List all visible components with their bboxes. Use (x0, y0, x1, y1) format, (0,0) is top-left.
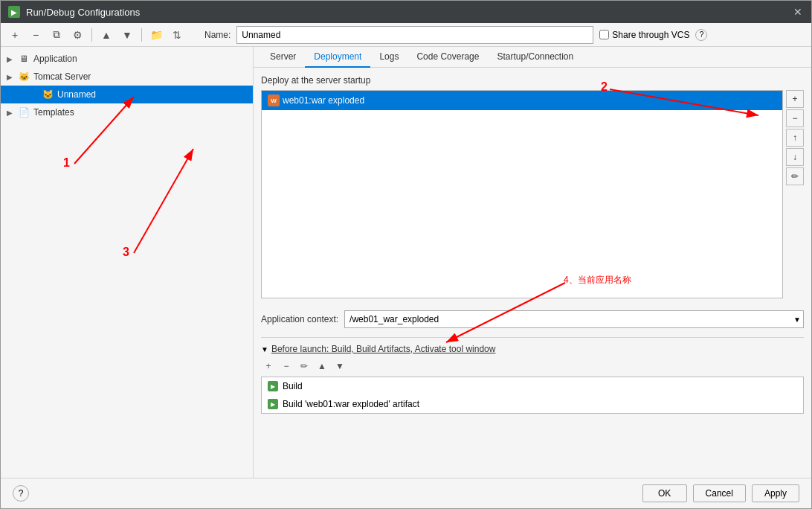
folder-button[interactable]: 📁 (148, 27, 164, 43)
dialog-wrapper: ▶ Run/Debug Configurations ✕ + − ⧉ ⚙ ▲ ▼… (0, 0, 812, 509)
tab-logs[interactable]: Logs (370, 47, 407, 68)
tomcat-arrow: ▶ (7, 73, 17, 81)
bl-add-button[interactable]: + (261, 359, 276, 374)
tomcat-icon: 🐱 (17, 71, 30, 83)
share-help-icon[interactable]: ? (695, 29, 707, 41)
tab-bar: Server Deployment Logs Code Coverage Sta… (254, 47, 811, 68)
tomcat-label: Tomcat Server (33, 71, 91, 82)
bl-item-build[interactable]: ▶ Build (262, 377, 803, 395)
app-context-dropdown[interactable]: /web01_war_exploded ▼ (344, 310, 804, 328)
close-button[interactable]: ✕ (793, 7, 804, 17)
sidebar-item-tomcat[interactable]: ▶ 🐱 Tomcat Server (1, 68, 253, 86)
move-up-button[interactable]: ▲ (98, 27, 115, 43)
bl-item-build-label: Build (283, 381, 303, 391)
bl-item-artifact-icon: ▶ (268, 399, 278, 409)
remove-deploy-button[interactable]: − (786, 109, 804, 127)
unnamed-label: Unnamed (57, 89, 96, 100)
deploy-item-web01[interactable]: W web01:war exploded (262, 91, 782, 110)
share-vcs-label: Share through VCS (599, 30, 689, 40)
deploy-item-label: web01:war exploded (283, 95, 364, 106)
run-debug-dialog: ▶ Run/Debug Configurations ✕ + − ⧉ ⚙ ▲ ▼… (0, 0, 812, 509)
bl-item-build-icon: ▶ (268, 381, 278, 391)
toolbar-separator (91, 28, 92, 42)
bl-down-button[interactable]: ▼ (332, 359, 347, 374)
collapse-arrow-icon[interactable]: ▼ (261, 345, 268, 353)
application-icon: 🖥 (17, 53, 30, 65)
app-context-select[interactable]: /web01_war_exploded (344, 310, 804, 328)
tab-code-coverage[interactable]: Code Coverage (407, 47, 488, 68)
bl-up-button[interactable]: ▲ (315, 359, 329, 374)
bl-remove-button[interactable]: − (279, 359, 294, 374)
sidebar-item-unnamed[interactable]: 🐱 Unnamed (1, 86, 253, 103)
app-context-label: Application context: (261, 314, 338, 324)
add-config-button[interactable]: + (7, 27, 23, 43)
sidebar-item-templates[interactable]: ▶ 📄 Templates (1, 103, 253, 121)
application-label: Application (33, 54, 77, 64)
sidebar-item-application[interactable]: ▶ 🖥 Application (1, 50, 253, 68)
war-icon: W (268, 95, 280, 106)
ok-button[interactable]: OK (642, 484, 687, 502)
templates-icon: 📄 (17, 106, 30, 118)
main-toolbar: + − ⧉ ⚙ ▲ ▼ 📁 ⇅ Name: Share through VCS … (1, 23, 811, 47)
move-down-button[interactable]: ▼ (119, 27, 135, 43)
copy-config-button[interactable]: ⧉ (48, 27, 65, 43)
move-deploy-down-button[interactable]: ↓ (786, 148, 804, 166)
deploy-side-toolbar: + − ↑ ↓ ✏ (786, 90, 804, 304)
bl-edit-button[interactable]: ✏ (297, 359, 312, 374)
add-deploy-button[interactable]: + (786, 90, 804, 108)
left-panel: ▶ 🖥 Application ▶ 🐱 Tomcat Server 🐱 Unna… (1, 47, 254, 478)
application-arrow: ▶ (7, 55, 17, 63)
tab-startup-connection[interactable]: Startup/Connection (488, 47, 582, 68)
title-bar: ▶ Run/Debug Configurations ✕ (1, 1, 811, 23)
name-label: Name: (204, 30, 231, 40)
before-launch-list: ▶ Build ▶ Build 'web01:war exploded' art… (261, 377, 804, 414)
move-deploy-up-button[interactable]: ↑ (786, 129, 804, 147)
sort-button[interactable]: ⇅ (169, 27, 185, 43)
cancel-button[interactable]: Cancel (693, 484, 746, 502)
bl-item-artifact-label: Build 'web01:war exploded' artifact (283, 399, 419, 409)
help-button[interactable]: ? (13, 485, 29, 502)
content-area: ▶ 🖥 Application ▶ 🐱 Tomcat Server 🐱 Unna… (1, 47, 811, 478)
remove-config-button[interactable]: − (28, 27, 44, 43)
toolbar-separator-2 (141, 28, 142, 42)
bl-item-build-artifact[interactable]: ▶ Build 'web01:war exploded' artifact (262, 395, 803, 413)
apply-button[interactable]: Apply (752, 484, 799, 502)
dialog-title: Run/Debug Configurations (26, 7, 140, 18)
templates-arrow: ▶ (7, 109, 17, 117)
edit-deploy-button[interactable]: ✏ (786, 167, 804, 185)
deployment-panel: Deploy at the server startup W web01:war… (254, 68, 811, 478)
unnamed-icon: 🐱 (41, 89, 54, 100)
tab-deployment[interactable]: Deployment (305, 47, 370, 68)
before-launch-section: ▼ Before launch: Build, Build Artifacts,… (261, 337, 804, 414)
deploy-list: W web01:war exploded (261, 90, 783, 298)
before-launch-label: Before launch: Build, Build Artifacts, A… (271, 344, 496, 354)
app-context-row: Application context: /web01_war_exploded… (261, 310, 804, 328)
before-launch-header: ▼ Before launch: Build, Build Artifacts,… (261, 344, 804, 354)
name-input[interactable] (236, 26, 593, 44)
share-vcs-checkbox[interactable] (599, 30, 609, 39)
footer: ? OK Cancel Apply (1, 478, 811, 508)
deploy-section-label: Deploy at the server startup (261, 75, 804, 86)
settings-button[interactable]: ⚙ (69, 27, 86, 43)
before-launch-toolbar: + − ✏ ▲ ▼ (261, 359, 804, 374)
tab-server[interactable]: Server (261, 47, 305, 68)
right-panel: Server Deployment Logs Code Coverage Sta… (254, 47, 811, 478)
dialog-icon: ▶ (8, 6, 20, 18)
templates-label: Templates (33, 107, 74, 118)
